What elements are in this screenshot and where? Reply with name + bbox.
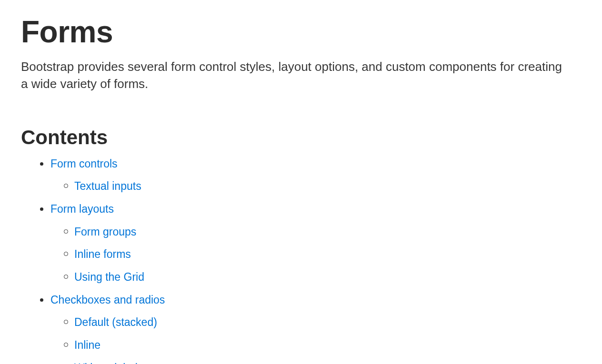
toc-link-form-groups[interactable]: Form groups bbox=[74, 226, 136, 238]
toc-item: Form controls Textual inputs bbox=[40, 156, 581, 195]
toc-sublist: Default (stacked) Inline Without labels bbox=[50, 314, 581, 364]
toc-subitem: Form groups bbox=[64, 224, 581, 241]
page-lead: Bootstrap provides several form control … bbox=[21, 58, 569, 93]
toc-link-form-controls[interactable]: Form controls bbox=[50, 157, 118, 170]
contents-heading: Contents bbox=[21, 126, 581, 149]
toc-link-inline[interactable]: Inline bbox=[74, 339, 100, 351]
toc-sublist: Textual inputs bbox=[50, 178, 581, 195]
toc-link-default-stacked[interactable]: Default (stacked) bbox=[74, 316, 157, 328]
toc-link-form-layouts[interactable]: Form layouts bbox=[50, 203, 114, 215]
toc-subitem: Default (stacked) bbox=[64, 314, 581, 331]
toc-subitem: Without labels bbox=[64, 360, 581, 364]
toc-subitem: Inline bbox=[64, 337, 581, 354]
toc-item: Form layouts Form groups Inline forms Us… bbox=[40, 201, 581, 286]
page-title: Forms bbox=[21, 14, 581, 49]
toc-link-without-labels[interactable]: Without labels bbox=[74, 362, 143, 364]
toc-link-using-the-grid[interactable]: Using the Grid bbox=[74, 271, 144, 283]
toc-item: Checkboxes and radios Default (stacked) … bbox=[40, 292, 581, 364]
toc-sublist: Form groups Inline forms Using the Grid bbox=[50, 224, 581, 286]
toc-subitem: Using the Grid bbox=[64, 269, 581, 286]
toc-subitem: Textual inputs bbox=[64, 178, 581, 195]
toc-link-checkboxes-and-radios[interactable]: Checkboxes and radios bbox=[50, 294, 165, 306]
toc-link-inline-forms[interactable]: Inline forms bbox=[74, 248, 131, 260]
toc-list: Form controls Textual inputs Form layout… bbox=[21, 156, 581, 364]
toc-subitem: Inline forms bbox=[64, 246, 581, 263]
toc-link-textual-inputs[interactable]: Textual inputs bbox=[74, 180, 141, 192]
